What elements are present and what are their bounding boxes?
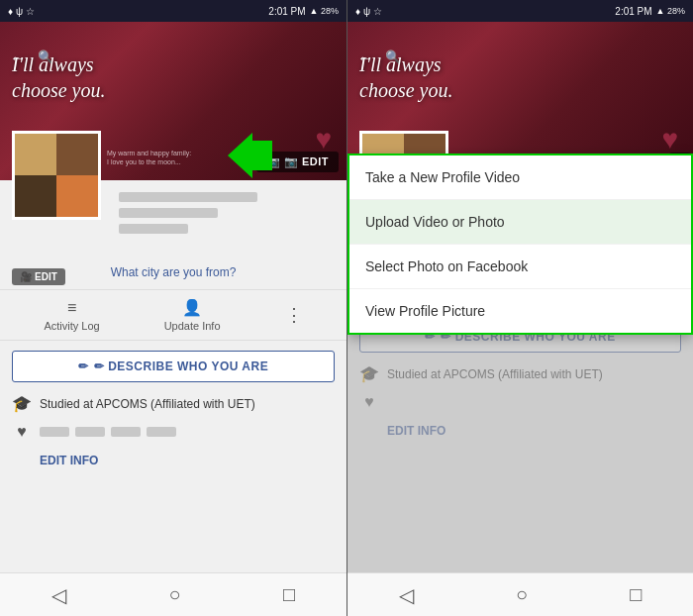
content-area-left: ✏ ✏ DESCRIBE WHO YOU ARE 🎓 Studied at AP… bbox=[0, 341, 346, 572]
redacted-4 bbox=[147, 427, 176, 437]
name-bar-2 bbox=[119, 208, 218, 218]
small-overlay-text: My warm and happy family: I love you to … bbox=[107, 149, 191, 166]
person-icon-left: 👤 bbox=[182, 298, 202, 317]
studied-row: 🎓 Studied at APCOMS (Affiliated with UET… bbox=[12, 394, 335, 413]
profile-photo-left bbox=[12, 131, 101, 220]
heart-decoration-right: ♥ bbox=[661, 124, 678, 155]
describe-btn-left[interactable]: ✏ ✏ DESCRIBE WHO YOU ARE bbox=[12, 351, 335, 382]
cover-text-left: I'll always choose you. bbox=[12, 51, 335, 103]
bottom-nav-left: ◁ ○ □ bbox=[0, 572, 346, 616]
back-nav-right[interactable]: ◁ bbox=[399, 583, 414, 607]
svg-marker-0 bbox=[228, 133, 272, 178]
bottom-nav-right: ◁ ○ □ bbox=[347, 572, 693, 616]
profile-name-area-left bbox=[119, 180, 335, 242]
back-nav-left[interactable]: ◁ bbox=[51, 583, 66, 607]
heart-row: ♥ bbox=[12, 423, 335, 441]
name-bar-3 bbox=[119, 224, 188, 234]
name-bar-1 bbox=[119, 192, 257, 202]
status-battery-left: ▲ 28% bbox=[310, 6, 339, 16]
status-bar-left: ♦ ψ ☆ 2:01 PM ▲ 28% bbox=[0, 0, 346, 22]
redacted-2 bbox=[75, 427, 105, 437]
status-battery-right: ▲ 28% bbox=[656, 6, 685, 16]
profile-section-left: 🎥 EDIT bbox=[0, 180, 346, 259]
graduation-icon: 🎓 bbox=[12, 394, 32, 413]
dropdown-item-1[interactable]: Upload Video or Photo bbox=[349, 200, 691, 245]
action-bar-left: ≡ Activity Log 👤 Update Info ⋮ bbox=[0, 289, 346, 341]
status-icons-left: ♦ ψ ☆ bbox=[8, 6, 35, 17]
dropdown-item-0[interactable]: Take a New Profile Video bbox=[349, 155, 691, 200]
dropdown-menu: Take a New Profile Video Upload Video or… bbox=[347, 154, 693, 335]
redacted-1 bbox=[40, 427, 69, 437]
home-nav-right[interactable]: ○ bbox=[516, 583, 528, 606]
heart-icon: ♥ bbox=[12, 423, 32, 441]
dropdown-item-3[interactable]: View Profile Picture bbox=[349, 289, 691, 333]
recents-nav-left[interactable]: □ bbox=[283, 583, 295, 606]
left-panel: ♦ ψ ☆ 2:01 PM ▲ 28% ← 🔍 I'll always choo… bbox=[0, 0, 346, 616]
dropdown-item-2[interactable]: Select Photo on Facebook bbox=[349, 245, 691, 289]
home-nav-left[interactable]: ○ bbox=[168, 583, 180, 606]
list-icon-left: ≡ bbox=[67, 299, 76, 317]
status-bar-right: ♦ ψ ☆ 2:01 PM ▲ 28% bbox=[347, 0, 693, 22]
redacted-3 bbox=[111, 427, 141, 437]
right-panel: ♦ ψ ☆ 2:01 PM ▲ 28% ← 🔍 I'll always choo… bbox=[346, 0, 693, 616]
activity-log-btn[interactable]: ≡ Activity Log bbox=[44, 299, 99, 332]
pencil-icon-left: ✏ bbox=[78, 359, 88, 373]
more-btn-left[interactable]: ⋮ bbox=[285, 304, 303, 326]
update-info-btn[interactable]: 👤 Update Info bbox=[164, 298, 221, 332]
redacted-info bbox=[40, 427, 176, 437]
recents-nav-right[interactable]: □ bbox=[630, 583, 642, 606]
edit-info-link[interactable]: EDIT INFO bbox=[12, 451, 335, 468]
cover-text-right: I'll always choose you. bbox=[359, 51, 681, 103]
green-arrow bbox=[218, 131, 277, 180]
photo-edit-button[interactable]: 🎥 EDIT bbox=[12, 268, 65, 285]
status-clock-right: 2:01 PM bbox=[615, 6, 651, 17]
status-clock-left: 2:01 PM bbox=[268, 6, 305, 17]
status-icons-right: ♦ ψ ☆ bbox=[355, 6, 382, 17]
video-icon: 🎥 bbox=[20, 271, 32, 282]
